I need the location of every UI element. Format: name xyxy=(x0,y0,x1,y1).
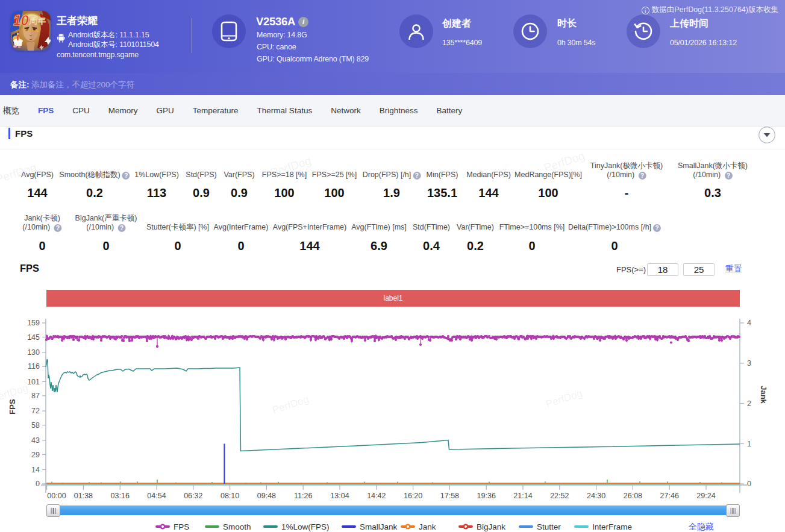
svg-text:00:00: 00:00 xyxy=(47,492,66,500)
svg-text:16:20: 16:20 xyxy=(404,492,422,500)
svg-text:145: 145 xyxy=(27,333,40,342)
svg-text:4: 4 xyxy=(747,319,751,327)
svg-text:3: 3 xyxy=(747,359,751,368)
svg-text:0: 0 xyxy=(36,480,40,488)
svg-text:159: 159 xyxy=(27,319,40,327)
svg-text:58: 58 xyxy=(31,421,40,430)
svg-text:21:14: 21:14 xyxy=(513,492,532,500)
svg-text:43: 43 xyxy=(31,436,40,445)
svg-text:29:24: 29:24 xyxy=(696,492,715,500)
svg-text:130: 130 xyxy=(27,348,40,357)
svg-text:04:54: 04:54 xyxy=(147,492,166,500)
svg-text:22:52: 22:52 xyxy=(550,492,569,500)
svg-text:0: 0 xyxy=(747,480,751,488)
svg-text:PerfDog: PerfDog xyxy=(545,387,584,410)
svg-text:2: 2 xyxy=(747,399,751,408)
svg-text:03:16: 03:16 xyxy=(111,492,130,500)
svg-text:27:46: 27:46 xyxy=(660,492,679,500)
svg-text:1: 1 xyxy=(747,440,751,448)
svg-text:26:08: 26:08 xyxy=(624,492,642,500)
svg-text:06:32: 06:32 xyxy=(184,492,202,500)
svg-text:FPS: FPS xyxy=(8,399,17,415)
svg-text:116: 116 xyxy=(28,362,40,371)
svg-text:13:04: 13:04 xyxy=(330,492,349,500)
svg-text:PerfDog: PerfDog xyxy=(271,393,310,416)
svg-text:19:36: 19:36 xyxy=(477,492,496,500)
svg-text:17:58: 17:58 xyxy=(440,492,459,500)
svg-text:14:42: 14:42 xyxy=(367,492,386,500)
svg-text:72: 72 xyxy=(31,407,40,415)
svg-text:11:26: 11:26 xyxy=(294,492,312,500)
svg-text:14: 14 xyxy=(31,466,40,474)
svg-text:101: 101 xyxy=(27,378,40,386)
svg-text:09:48: 09:48 xyxy=(257,492,276,500)
svg-text:87: 87 xyxy=(31,392,40,400)
svg-text:01:38: 01:38 xyxy=(74,492,93,500)
svg-text:08:10: 08:10 xyxy=(220,492,239,500)
svg-text:24:30: 24:30 xyxy=(587,492,605,500)
svg-text:Jank: Jank xyxy=(759,386,768,404)
svg-text:29: 29 xyxy=(31,451,40,459)
